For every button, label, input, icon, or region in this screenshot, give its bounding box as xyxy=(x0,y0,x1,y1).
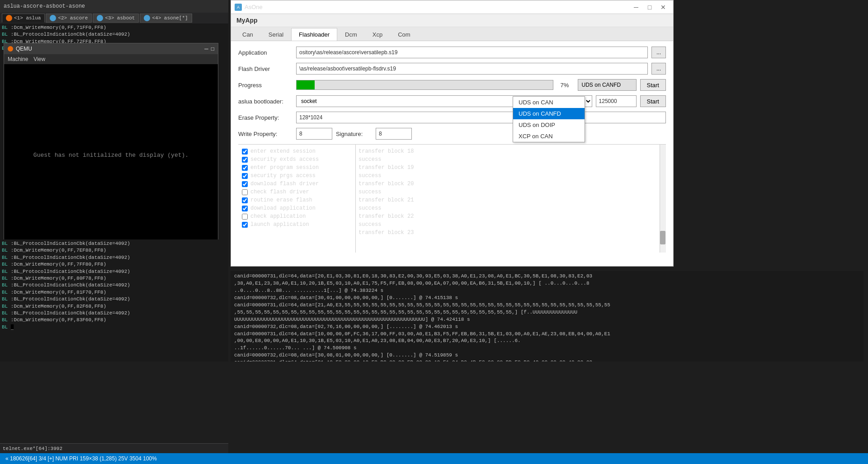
canid-line-6: ,55,55,55,55,55,55,55,55,55,55,55,55,55,… xyxy=(234,309,860,316)
asone-window: A AsOne ─ □ ✕ MyApp Can Serial Flashload… xyxy=(231,0,674,267)
asone-tabs-bar[interactable]: Can Serial Flashloader Dcm Xcp Com xyxy=(231,27,673,41)
asone-maximize-button[interactable]: □ xyxy=(643,2,656,12)
canid-line-5: canid=00000731,dlc=64,data=[21,A0,E3,55,… xyxy=(234,302,860,309)
checklist-label-5: download flash driver xyxy=(250,181,319,187)
protocol-dropdown-container[interactable]: UDS on CAN UDS on CANFD UDS on DOIP XCP … xyxy=(578,79,637,91)
checkbox-launch-app[interactable] xyxy=(242,222,248,228)
canid-line-11: ..1f......0......70... ...] @ 74.500908 … xyxy=(234,345,860,352)
log-line-8: success xyxy=(359,204,663,212)
canid-log: canid=00000731,dlc=64,data=[20,E1,03,30,… xyxy=(231,271,863,361)
asone-window-controls[interactable]: ─ □ ✕ xyxy=(630,2,670,12)
terminal-tabs[interactable]: <1> aslua <2> ascore <3> asboot <4> ason… xyxy=(0,13,228,23)
tab-label-aslua: <1> aslua xyxy=(14,15,41,21)
checkbox-security-prgs[interactable] xyxy=(242,173,248,179)
write-row: Write Property: Signature: xyxy=(238,128,666,140)
tab-com[interactable]: Com xyxy=(390,28,418,41)
tab-asboot[interactable]: <3> asboot xyxy=(93,14,139,23)
bottom-section: enter extend session security extds acce… xyxy=(238,144,666,253)
application-browse-button[interactable]: ... xyxy=(651,47,666,58)
checkbox-enter-program[interactable] xyxy=(242,165,248,171)
bootloader-value-input[interactable] xyxy=(596,95,637,107)
protocol-select[interactable]: UDS on CAN UDS on CANFD UDS on DOIP XCP … xyxy=(578,79,637,91)
dropdown-item-uds-doip[interactable]: UDS on DOIP xyxy=(513,119,585,131)
application-label: Application xyxy=(238,49,292,56)
canid-line-10: ,00,00,E8,00,00,A0,E1,10,30,1B,E5,03,10,… xyxy=(234,337,860,345)
canid-line-4: canid=00000732,dlc=08,data=[30,01,00,00,… xyxy=(234,295,860,302)
checklist-label-7: routine erase flash xyxy=(250,197,312,203)
progress-start-button[interactable]: Start xyxy=(640,79,666,91)
status-bar: « 180626[64] 3/4 [+] NUM PRI 159×38 (1,2… xyxy=(0,453,868,464)
application-input[interactable] xyxy=(296,47,648,58)
qemu-maximize[interactable]: □ xyxy=(211,46,214,52)
tab-label-ascore: <2> ascore xyxy=(58,15,88,21)
dropdown-item-xcp-can[interactable]: XCP on CAN xyxy=(513,131,585,142)
dropdown-item-uds-can[interactable]: UDS on CAN xyxy=(513,97,585,108)
progress-bar xyxy=(296,80,553,90)
checkbox-check-flash[interactable] xyxy=(242,189,248,195)
ltb-2: BL :Dcm_WriteMemory(0,FF,7EF88,FF8) xyxy=(2,247,226,254)
checklist-label-9: check application xyxy=(250,213,306,220)
checkbox-routine-erase[interactable] xyxy=(242,197,248,203)
app-name: MyApp xyxy=(236,17,258,24)
ltb-10: BL :Dcm_WriteMemory(0,FF,82F68,FF8) xyxy=(2,303,226,310)
checklist-item-9: check application xyxy=(242,213,352,220)
canid-line-2: ,38,A0,E1,23,38,A0,E1,10,20,1B,E5,03,10,… xyxy=(234,280,860,287)
term-line-1: BL :Dcm_WriteMemory(0,FF,71FF0,FF8) xyxy=(2,24,226,31)
asone-close-button[interactable]: ✕ xyxy=(657,2,670,12)
log-area: transfer block 18 success transfer block… xyxy=(356,145,666,253)
log-line-5: transfer block 20 xyxy=(359,180,663,188)
log-line-2: success xyxy=(359,155,663,164)
status-bar-text: « 180626[64] 3/4 [+] NUM PRI 159×38 (1,2… xyxy=(5,455,157,462)
qemu-icon xyxy=(8,46,13,52)
tab-can[interactable]: Can xyxy=(235,28,261,41)
asone-minimize-button[interactable]: ─ xyxy=(630,2,642,12)
tab-serial[interactable]: Serial xyxy=(261,28,291,41)
checkbox-check-app[interactable] xyxy=(242,214,248,220)
progress-pct: 7% xyxy=(561,82,574,89)
progress-row: Progress 7% UDS on CAN UDS on CANFD UDS … xyxy=(238,79,666,91)
telnet-bar: telnet.exe*[64]:3992 xyxy=(0,443,228,453)
terminal-title-bar: aslua-ascore-asboot-asone xyxy=(0,0,228,13)
app-header: MyApp xyxy=(231,14,673,27)
checkbox-download-flash[interactable] xyxy=(242,181,248,187)
qemu-win-controls[interactable]: ─ □ xyxy=(204,46,214,52)
checklist-item-6: check flash driver xyxy=(242,189,352,195)
qemu-minimize[interactable]: ─ xyxy=(204,46,208,52)
bootloader-start-button[interactable]: Start xyxy=(640,95,666,107)
ltb-1: BL :BL_ProtocolIndicationCbk(dataSize=40… xyxy=(2,240,226,247)
canid-line-1: canid=00000731,dlc=64,data=[20,E1,03,30,… xyxy=(234,273,860,280)
log-scrollbar-thumb[interactable] xyxy=(660,231,665,244)
erase-row: Erase Property: xyxy=(238,112,666,123)
telnet-text: telnet.exe*[64]:3992 xyxy=(3,446,62,451)
write-input[interactable] xyxy=(296,128,332,140)
protocol-dropdown-popup[interactable]: UDS on CAN UDS on CANFD UDS on DOIP XCP … xyxy=(513,96,585,142)
tab-aslua[interactable]: <1> aslua xyxy=(2,14,45,23)
dropdown-item-uds-canfd[interactable]: UDS on CANFD xyxy=(513,108,585,119)
progress-label: Progress xyxy=(238,82,292,89)
qemu-title: QEMU ─ □ xyxy=(4,43,218,54)
signature-input[interactable] xyxy=(376,128,412,140)
bootloader-row: aslua bootloader: socket Start xyxy=(238,95,666,107)
checkbox-security-extds[interactable] xyxy=(242,157,248,163)
flash-driver-input[interactable] xyxy=(296,63,648,75)
flash-driver-browse-button[interactable]: ... xyxy=(651,63,666,75)
tab-icon-asone xyxy=(144,15,150,21)
qemu-menu-machine[interactable]: Machine xyxy=(8,56,28,62)
checkbox-download-app[interactable] xyxy=(242,206,248,211)
tab-xcp[interactable]: Xcp xyxy=(365,28,390,41)
qemu-menubar[interactable]: Machine View xyxy=(4,54,218,64)
term-line-2: BL :BL_ProtocolIndicationCbk(dataSize=40… xyxy=(2,31,226,38)
checklist-item-3: enter program session xyxy=(242,164,352,171)
tab-asone[interactable]: <4> asone[*] xyxy=(140,14,192,23)
checklist-item-2: security extds access xyxy=(242,156,352,163)
erase-input[interactable] xyxy=(296,112,666,123)
canid-line-3: ..0....0...8..88... ..........1[...] @ 7… xyxy=(234,287,860,295)
log-line-10: success xyxy=(359,220,663,229)
tab-flashloader[interactable]: Flashloader xyxy=(291,28,337,41)
tab-ascore[interactable]: <2> ascore xyxy=(46,14,92,23)
checkbox-enter-extend[interactable] xyxy=(242,149,248,155)
qemu-menu-view[interactable]: View xyxy=(33,56,45,62)
left-terminal-bottom: BL :BL_ProtocolIndicationCbk(dataSize=40… xyxy=(0,239,228,361)
tab-dcm[interactable]: Dcm xyxy=(337,28,365,41)
log-scrollbar[interactable] xyxy=(660,145,666,253)
